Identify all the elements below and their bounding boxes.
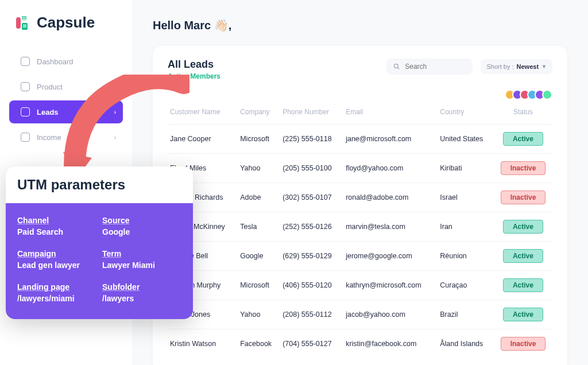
card-title: All Leads [168,59,220,71]
status-badge: Active [503,278,543,292]
status-badge: Active [503,308,543,321]
utm-value: Paid Search [17,227,96,236]
cell-phone: (252) 555-0126 [280,212,343,242]
sidebar-item-income[interactable]: Income› [9,126,123,149]
cell-phone: (302) 555-0107 [280,183,343,212]
avatars-stack [168,90,552,100]
utm-item: Subfolder/lawyers [102,282,181,303]
status-badge: Active [503,249,543,263]
sidebar-item-product[interactable]: Product [9,75,123,98]
column-header: Email [343,103,438,125]
table-row[interactable]: Ronald Richards Adobe (302) 555-0107 ron… [168,183,552,212]
nav-icon [21,133,30,142]
svg-point-3 [24,16,25,17]
cell-phone: (225) 555-0118 [280,125,343,154]
utm-label: Campaign [17,249,96,258]
utm-value: Google [102,227,181,236]
status-badge: Inactive [501,337,546,351]
nav-label: Income [37,133,61,142]
status-badge: Active [503,220,543,234]
chevron-right-icon: › [114,134,116,141]
cell-country: United States [438,125,494,154]
sidebar-item-dashboard[interactable]: Dashboard [9,50,123,73]
cell-status: Inactive [494,183,552,212]
svg-line-12 [398,67,400,69]
cell-phone: (208) 555-0112 [280,300,343,329]
table-row[interactable]: Jerome Bell Google (629) 555-0129 jerome… [168,242,552,271]
status-badge: Active [503,132,543,146]
utm-value: Lawyer Miami [102,261,181,270]
utm-label: Source [102,216,181,225]
utm-title: UTM parameters [6,166,193,203]
search-box[interactable] [386,59,473,75]
utm-item: Landing page/lawyers/miami [17,282,96,303]
utm-label: Channel [17,216,96,225]
sort-prefix: Short by : [486,63,513,70]
cell-country: Brazil [438,300,494,329]
cell-country: Åland Islands [438,329,494,359]
status-badge: Inactive [501,191,546,204]
cell-country: Kiribati [438,154,494,183]
utm-label: Landing page [17,282,96,292]
utm-item: CampaignLead gen lawyer [17,249,96,270]
nav: DashboardProductLeads›Income› [0,50,132,149]
svg-point-7 [25,18,26,19]
cell-email: jacob@yahoo.com [343,300,438,329]
cell-status: Active [494,271,552,300]
cell-status: Active [494,125,552,154]
cell-email: jane@microsoft.com [343,125,438,154]
cell-company: Microsoft [238,271,280,300]
leads-card: All Leads Active Members Short by : Newe… [153,46,567,365]
main: Hello Marc 👋🏻, All Leads Active Members … [132,0,588,365]
column-header: Status [494,103,552,125]
utm-item: SourceGoogle [102,216,181,236]
cell-email: kristin@facebook.com [343,329,438,359]
nav-label: Product [37,83,63,91]
table-row[interactable]: Marvin McKinney Tesla (252) 555-0126 mar… [168,212,552,242]
cell-email: marvin@tesla.com [343,212,438,242]
sort-dropdown[interactable]: Short by : Newest ▼ [481,59,552,74]
sort-value: Newest [517,63,539,70]
cell-status: Inactive [494,154,552,183]
utm-label: Subfolder [102,282,181,292]
cell-company: Yahoo [238,300,280,329]
utm-parameters-panel: UTM parameters ChannelPaid SearchSourceG… [6,166,193,319]
nav-icon [21,82,30,91]
cell-phone: (205) 555-0100 [280,154,343,183]
table-row[interactable]: Jacob Jones Yahoo (208) 555-0112 jacob@y… [168,300,552,329]
table-row[interactable]: Jane Cooper Microsoft (225) 555-0118 jan… [168,125,552,154]
cell-company: Google [238,242,280,271]
logo: Capsule [0,14,132,48]
utm-label: Term [102,249,181,258]
logo-icon [16,15,32,31]
cell-email: jerome@google.com [343,242,438,271]
cell-company: Adobe [238,183,280,212]
utm-value: /lawyers [102,294,181,303]
nav-label: Leads [37,108,59,117]
svg-point-11 [394,64,399,68]
svg-point-6 [24,18,25,19]
svg-rect-10 [23,26,26,28]
cell-email: ronald@adobe.com [343,183,438,212]
column-header: Company [238,103,280,125]
cell-company: Microsoft [238,125,280,154]
search-input[interactable] [405,63,466,71]
table-row[interactable]: Kristin Watson Facebook (704) 555-0127 k… [168,329,552,359]
cell-status: Active [494,242,552,271]
table-row[interactable]: Kathryn Murphy Microsoft (406) 555-0120 … [168,271,552,300]
svg-point-4 [25,16,26,17]
cell-status: Active [494,212,552,242]
sidebar-item-leads[interactable]: Leads› [9,100,123,123]
card-subtitle[interactable]: Active Members [168,72,220,80]
logo-text: Capsule [37,14,95,32]
cell-company: Yahoo [238,154,280,183]
utm-item: TermLawyer Miami [102,249,181,270]
cell-company: Facebook [238,329,280,359]
utm-value: /lawyers/miami [17,294,96,303]
svg-point-2 [22,16,23,17]
table-row[interactable]: Floyd Miles Yahoo (205) 555-0100 floyd@y… [168,154,552,183]
cell-country: Réunion [438,242,494,271]
cell-name: Kristin Watson [168,329,238,359]
avatar[interactable] [542,90,552,100]
cell-phone: (629) 555-0129 [280,242,343,271]
